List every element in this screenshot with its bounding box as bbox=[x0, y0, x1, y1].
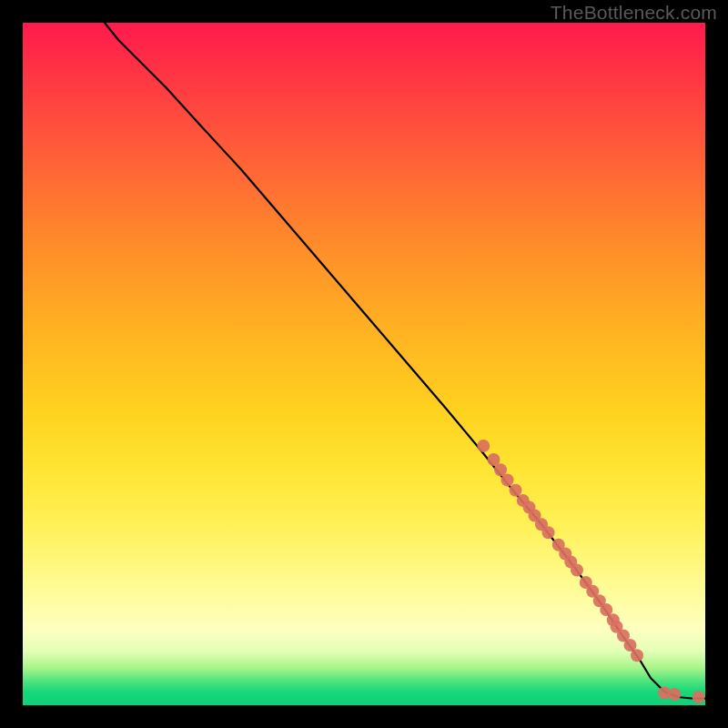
data-point bbox=[693, 691, 705, 703]
data-point bbox=[542, 526, 555, 539]
data-point bbox=[510, 484, 522, 497]
data-point bbox=[501, 474, 514, 487]
data-point bbox=[631, 649, 643, 662]
series-curve bbox=[105, 23, 705, 699]
data-point bbox=[477, 440, 490, 452]
source-watermark: TheBottleneck.com bbox=[551, 2, 717, 24]
data-point bbox=[668, 688, 681, 701]
chart-frame: TheBottleneck.com bbox=[0, 0, 728, 728]
chart-svg bbox=[23, 23, 705, 705]
series-dots bbox=[477, 440, 704, 703]
data-point bbox=[571, 564, 583, 577]
plot-area bbox=[23, 23, 705, 705]
